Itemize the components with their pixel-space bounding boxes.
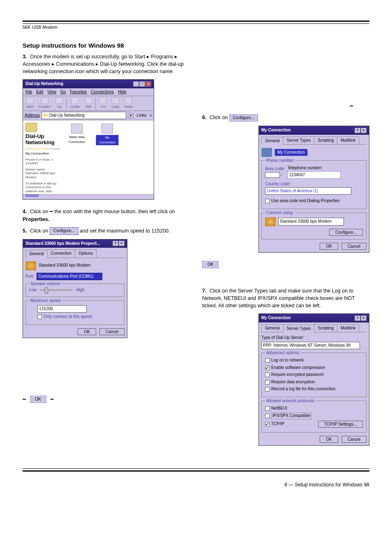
tool-dial[interactable]: Dial — [83, 97, 94, 110]
conn-dlg-title: My Connection — [261, 127, 291, 134]
address-bar: Address 📁 Dial-Up Networking ▾ Links » — [23, 111, 154, 121]
port-select[interactable]: Communications Port (COM1) — [37, 273, 102, 281]
configure-button-chip[interactable]: Configure... — [50, 227, 78, 235]
logon-label: Log on to network — [271, 357, 304, 364]
header-rule-thick — [23, 21, 369, 22]
section-title: Setup instructions for Windows 98 — [23, 42, 369, 49]
ok-button[interactable]: OK — [320, 243, 338, 250]
tab-multilink[interactable]: Multilink — [337, 136, 359, 145]
ipx-checkbox[interactable] — [265, 414, 270, 418]
menu-connections[interactable]: Connections — [91, 89, 114, 95]
links-label[interactable]: Links — [135, 113, 148, 119]
menu-favorites[interactable]: Favorites — [70, 89, 87, 95]
tool-back[interactable]: Back — [25, 97, 35, 110]
modem-select[interactable]: Standard 33600 bps Modem — [278, 218, 344, 226]
explorer-title: Dial-Up Networking — [25, 81, 63, 87]
log-file-checkbox[interactable] — [265, 387, 270, 391]
maxspeed-select[interactable]: 115200 — [37, 305, 87, 313]
cancel-button[interactable]: Cancel — [341, 436, 367, 443]
help-button[interactable]: ? — [113, 241, 118, 246]
step-3-number: 3. — [23, 54, 27, 60]
tool-up[interactable]: Up — [54, 97, 65, 110]
explorer-file-pane[interactable]: Make New Connection My Connection — [62, 120, 154, 194]
telephone-input[interactable]: 1234567 — [287, 171, 341, 179]
tab-server-types[interactable]: Server Types — [283, 136, 315, 145]
only-connect-checkbox[interactable] — [37, 315, 42, 319]
data-enc-checkbox[interactable] — [265, 380, 270, 385]
speaker-slider[interactable] — [40, 289, 73, 291]
tab-general[interactable]: General — [261, 324, 284, 332]
close-button[interactable]: × — [145, 81, 151, 87]
minimize-button[interactable]: _ — [133, 81, 139, 87]
tab-general[interactable]: General — [261, 137, 284, 145]
tcpip-checkbox[interactable] — [265, 422, 270, 426]
menu-go[interactable]: Go — [60, 89, 66, 95]
close-button[interactable]: × — [361, 128, 367, 133]
slider-low: Low — [29, 287, 37, 293]
tool-copy[interactable]: Copy — [110, 97, 121, 110]
speaker-group-title: Speaker volume — [29, 281, 61, 287]
tool-cut[interactable]: Cut — [97, 97, 108, 110]
maximize-button[interactable]: □ — [139, 81, 145, 87]
menu-file[interactable]: File — [25, 89, 32, 95]
conn-name-field[interactable]: My Connection — [274, 149, 308, 157]
menu-edit[interactable]: Edit — [36, 89, 43, 95]
step-7-text: Click on the Server Types tab and make s… — [202, 288, 355, 309]
port-label: Port: — [25, 274, 34, 280]
help-button[interactable]: ? — [355, 128, 360, 133]
page-number: 8 — Setup instructions for Windows 98 — [23, 482, 369, 488]
tel-label: Telephone number: — [287, 165, 363, 171]
tcpip-settings-button[interactable]: TCP/IP Settings... — [318, 421, 363, 428]
tab-scripting[interactable]: Scripting — [314, 324, 337, 332]
step-6-number: 6. — [202, 115, 206, 120]
server-type-select[interactable]: PPP: Internet, Windows NT Server, Window… — [261, 342, 360, 350]
help-button[interactable]: ? — [355, 315, 360, 321]
tool-paste[interactable]: Paste — [122, 97, 134, 110]
address-dropdown[interactable]: ▾ — [128, 113, 134, 118]
header-subtitle: 56K USB Modem — [23, 25, 369, 30]
menu-view[interactable]: View — [47, 89, 56, 95]
tab-scripting[interactable]: Scripting — [314, 136, 337, 145]
tab-general[interactable]: General — [25, 250, 48, 258]
area-code-select[interactable] — [265, 172, 280, 178]
cancel-button[interactable]: Cancel — [99, 328, 125, 335]
enc-pw-checkbox[interactable] — [265, 373, 270, 377]
my-connection-icon[interactable]: My Connection — [96, 124, 119, 145]
step-4-text: Click on — [30, 209, 50, 214]
footer-rule-thin — [23, 468, 369, 469]
tool-create[interactable]: Create — [68, 97, 81, 110]
links-chevron: » — [150, 113, 152, 119]
tcpip-label: TCP/IP — [271, 421, 284, 426]
address-field[interactable]: 📁 Dial-Up Networking — [42, 112, 126, 120]
logon-checkbox[interactable] — [265, 358, 270, 363]
netbeui-checkbox[interactable] — [265, 406, 270, 411]
left-column: 3. Once the modem is set up successfully… — [23, 53, 190, 454]
configure-chip-r[interactable]: Configure... — [229, 114, 258, 122]
close-button[interactable]: × — [361, 315, 367, 321]
cancel-button[interactable]: Cancel — [341, 243, 367, 250]
tab-server-types[interactable]: Server Types — [283, 325, 315, 333]
tab-multilink[interactable]: Multilink — [337, 324, 359, 332]
use-area-label: Use area code and Dialing Properties — [271, 198, 339, 204]
phone-group-title: Phone number: — [265, 158, 295, 164]
ok-button[interactable]: OK — [78, 328, 96, 335]
tab-options[interactable]: Options — [75, 249, 96, 258]
make-new-connection-icon[interactable]: Make New Connection — [65, 124, 88, 144]
compression-checkbox[interactable] — [265, 366, 270, 370]
tab-connection[interactable]: Connection — [47, 249, 76, 258]
ok-chip-r[interactable]: OK — [202, 261, 219, 269]
menu-help[interactable]: Help — [118, 89, 127, 95]
tool-forward[interactable]: Forward — [37, 97, 52, 110]
connect-link[interactable]: Connect — [25, 193, 39, 197]
ok-button[interactable]: OK — [320, 436, 338, 443]
ok-chip-lower[interactable]: OK — [30, 396, 46, 403]
ipx-label: IPX/SPX Compatible — [271, 412, 311, 419]
step-5-number: 5. — [23, 228, 27, 234]
side-help: To establish a dial-up connection to thi… — [25, 182, 56, 193]
configure-button[interactable]: Configure... — [329, 229, 363, 236]
modem-icon — [25, 261, 36, 270]
close-button[interactable]: × — [119, 241, 125, 246]
side-device: Device name: Standard 33600 bps Modem — [25, 168, 60, 180]
use-area-checkbox[interactable] — [265, 199, 270, 203]
country-select[interactable]: United States of America (1) — [265, 187, 351, 195]
